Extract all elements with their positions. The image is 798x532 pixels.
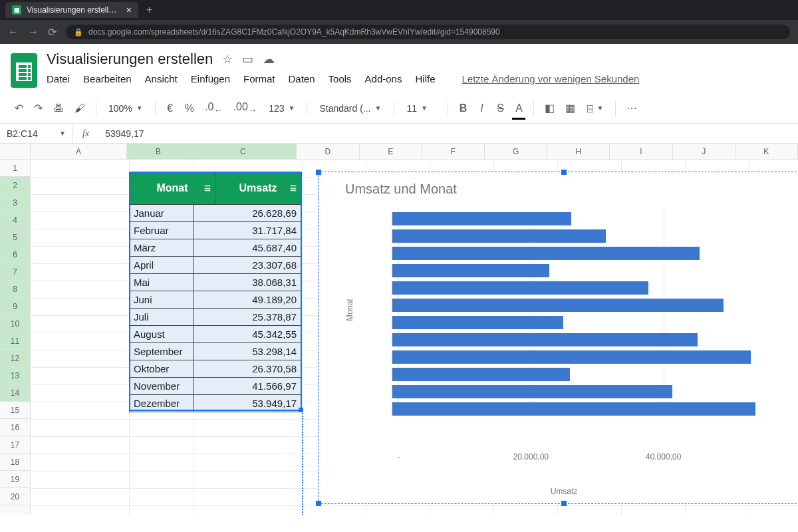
menu-tools[interactable]: Tools [329,73,352,84]
table-row[interactable]: März45.687,40 [130,239,301,256]
table-row[interactable]: Januar26.628,69 [130,204,301,221]
table-header-umsatz[interactable]: Umsatz☰ [215,172,301,204]
row-header[interactable]: 1 [0,160,30,177]
chart-resize-handle[interactable] [561,501,567,506]
decrease-decimal-button[interactable]: .0← [201,97,227,119]
cell-umsatz[interactable]: 25.378,87 [194,309,301,325]
chart-bar[interactable] [392,350,751,364]
row-header[interactable]: 2 [0,177,30,194]
chart-bar[interactable] [392,402,755,416]
merge-button[interactable]: ⌸▼ [582,100,608,116]
chart-bar[interactable] [392,385,672,398]
column-header[interactable]: A [31,144,127,159]
menu-add-ons[interactable]: Add-ons [365,73,402,84]
cell-umsatz[interactable]: 41.566,97 [194,378,301,394]
menu-einfügen[interactable]: Einfügen [191,73,230,84]
cell-month[interactable]: Juni [130,291,194,308]
menu-bearbeiten[interactable]: Bearbeiten [83,73,132,84]
cell-month[interactable]: Mai [130,274,194,291]
cell-month[interactable]: Februar [130,222,194,239]
close-icon[interactable]: × [126,5,132,15]
row-header[interactable]: 11 [0,332,30,350]
menu-datei[interactable]: Datei [47,73,70,84]
cell-umsatz[interactable]: 53.949,17 [194,395,301,412]
select-all-corner[interactable] [0,144,30,160]
row-header[interactable]: 12 [0,350,30,367]
row-header[interactable]: 14 [0,384,30,402]
table-header-monat[interactable]: Monat☰ [130,172,215,204]
table-row[interactable]: November41.566,97 [130,377,301,394]
cell-month[interactable]: August [130,326,194,342]
back-icon[interactable]: ← [8,26,19,38]
cell-umsatz[interactable]: 23.307,68 [194,257,301,273]
font-size-select[interactable]: 11▼ [401,100,441,116]
row-header[interactable]: 19 [0,471,30,488]
row-header[interactable]: 4 [0,211,30,229]
column-header[interactable]: I [610,144,672,159]
print-button[interactable]: 🖶 [49,98,68,118]
column-header[interactable]: C [190,144,297,159]
table-row[interactable]: Dezember53.949,17 [130,394,301,412]
cloud-icon[interactable]: ☁ [263,52,275,66]
move-icon[interactable]: ▭ [242,52,253,66]
filter-icon[interactable]: ☰ [204,184,211,193]
chart-bar[interactable] [392,247,700,260]
new-tab-button[interactable]: + [146,4,152,16]
row-header[interactable]: 16 [0,419,30,436]
star-icon[interactable]: ☆ [222,52,233,66]
text-color-button[interactable]: A [511,98,527,118]
table-row[interactable]: Mai38.068,31 [130,273,301,291]
table-row[interactable]: Oktober26.370,58 [130,360,301,377]
row-header[interactable]: 20 [0,488,30,505]
row-header[interactable]: 13 [0,367,30,384]
chart-bar[interactable] [392,316,563,329]
row-header[interactable]: 15 [0,402,30,419]
name-box[interactable]: B2:C14▼ [0,124,73,143]
table-row[interactable]: Februar31.717,84 [130,221,301,239]
row-header[interactable]: 9 [0,298,30,315]
chart-bar[interactable] [392,264,549,277]
forward-icon[interactable]: → [28,26,39,38]
cell-umsatz[interactable]: 49.189,20 [194,291,301,308]
column-header[interactable]: G [485,144,547,159]
formula-input[interactable]: 53949,17 [98,128,798,139]
row-header[interactable]: 5 [0,229,30,246]
cell-month[interactable]: April [130,257,194,273]
cell-month[interactable]: Oktober [130,360,194,377]
column-header[interactable]: B [127,144,190,159]
more-toolbar-button[interactable]: ⋯ [622,98,641,118]
increase-decimal-button[interactable]: .00→ [229,97,261,119]
chart-bar[interactable] [392,281,648,295]
chart-bar[interactable] [392,299,724,312]
number-format-select[interactable]: 123▼ [263,100,300,116]
chart-bar[interactable] [392,212,571,225]
row-header[interactable]: 7 [0,263,30,281]
cell-month[interactable]: November [130,378,194,394]
menu-daten[interactable]: Daten [289,73,315,84]
cell-month[interactable]: Januar [130,205,194,221]
cell-umsatz[interactable]: 31.717,84 [194,222,301,239]
font-select[interactable]: Standard (...▼ [314,100,387,116]
paint-format-button[interactable]: 🖌 [70,98,89,118]
cell-month[interactable]: September [130,343,194,360]
row-header[interactable]: 6 [0,246,30,263]
url-input[interactable]: 🔒 docs.google.com/spreadsheets/d/16sZAG8… [66,25,790,39]
chart-resize-handle[interactable] [316,170,321,175]
table-row[interactable]: April23.307,68 [130,256,301,273]
sheets-logo[interactable] [11,53,37,88]
fill-color-button[interactable]: ◧ [541,98,559,118]
table-row[interactable]: September53.298,14 [130,342,301,360]
menu-ansicht[interactable]: Ansicht [145,73,178,84]
currency-button[interactable]: € [162,98,178,118]
cell-umsatz[interactable]: 45.687,40 [194,239,301,256]
column-header[interactable]: E [360,144,422,159]
zoom-select[interactable]: 100%▼ [103,100,148,116]
table-row[interactable]: Juni49.189,20 [130,291,301,308]
chart-resize-handle[interactable] [561,170,567,175]
row-header[interactable]: 3 [0,194,30,211]
column-header[interactable]: J [673,144,735,159]
row-header[interactable]: 8 [0,281,30,298]
cell-umsatz[interactable]: 26.370,58 [194,360,301,377]
cell-umsatz[interactable]: 26.628,69 [194,205,301,221]
chart-title[interactable]: Umsatz und Monat [319,172,798,203]
